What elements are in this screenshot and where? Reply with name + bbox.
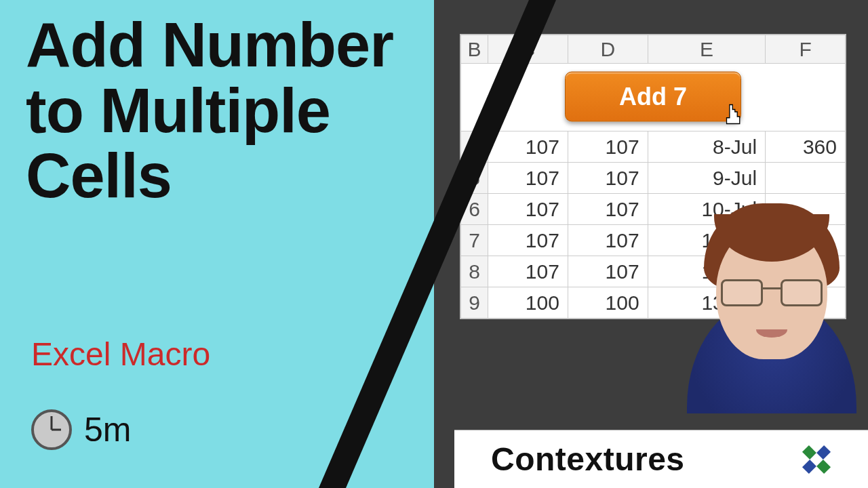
cell[interactable]: 107	[568, 225, 648, 256]
cell[interactable]: 107	[488, 131, 568, 163]
cell[interactable]: 107	[488, 225, 568, 256]
title-line-1: Add Number	[26, 10, 393, 79]
cell[interactable]: 100	[488, 287, 568, 319]
table-row: 5 107 107 9-Jul	[461, 163, 846, 194]
cell[interactable]: 8-Jul	[648, 131, 765, 163]
title-panel: Add Number to Multiple Cells Excel Macro…	[0, 0, 434, 488]
row-header[interactable]: 6	[461, 194, 488, 225]
col-header-D[interactable]: D	[568, 35, 648, 64]
row-header[interactable]: 9	[461, 287, 488, 319]
presenter-photo	[679, 194, 864, 413]
cell[interactable]: 107	[568, 163, 648, 194]
cell[interactable]: 360	[766, 131, 846, 163]
cell[interactable]: 107	[568, 194, 648, 225]
duration-text: 5m	[84, 410, 131, 449]
main-title: Add Number to Multiple Cells	[26, 12, 393, 209]
add-7-button[interactable]: Add 7	[565, 71, 741, 121]
contextures-logo-icon	[797, 441, 835, 479]
cell[interactable]: 107	[488, 256, 568, 287]
cell[interactable]: 100	[568, 287, 648, 319]
col-header-B[interactable]: B	[461, 35, 488, 64]
col-header-E[interactable]: E	[648, 35, 765, 64]
brand-bar: Contextures	[454, 430, 868, 488]
row-header[interactable]: 8	[461, 256, 488, 287]
duration-row: 5m	[31, 409, 131, 450]
cell[interactable]: 107	[488, 194, 568, 225]
col-header-C[interactable]: C	[488, 35, 568, 64]
title-line-3: Cells	[26, 141, 172, 210]
title-line-2: to Multiple	[26, 76, 330, 145]
cell[interactable]: 107	[568, 256, 648, 287]
brand-name: Contextures	[491, 441, 685, 478]
row-header[interactable]	[461, 131, 488, 163]
col-header-F[interactable]: F	[766, 35, 846, 64]
row-header[interactable]: 5	[461, 163, 488, 194]
subtitle: Excel Macro	[31, 336, 210, 373]
button-row: Add 7	[461, 64, 846, 131]
row-header[interactable]: 7	[461, 225, 488, 256]
column-header-row: B C D E F	[461, 35, 846, 64]
table-row: 107 107 8-Jul 360	[461, 131, 846, 163]
cell[interactable]	[766, 163, 846, 194]
clock-icon	[31, 409, 72, 450]
cell[interactable]: 107	[488, 163, 568, 194]
add-7-button-label: Add 7	[619, 82, 687, 110]
cell[interactable]: 9-Jul	[648, 163, 765, 194]
cell[interactable]: 107	[568, 131, 648, 163]
link-cursor-icon	[724, 103, 743, 125]
